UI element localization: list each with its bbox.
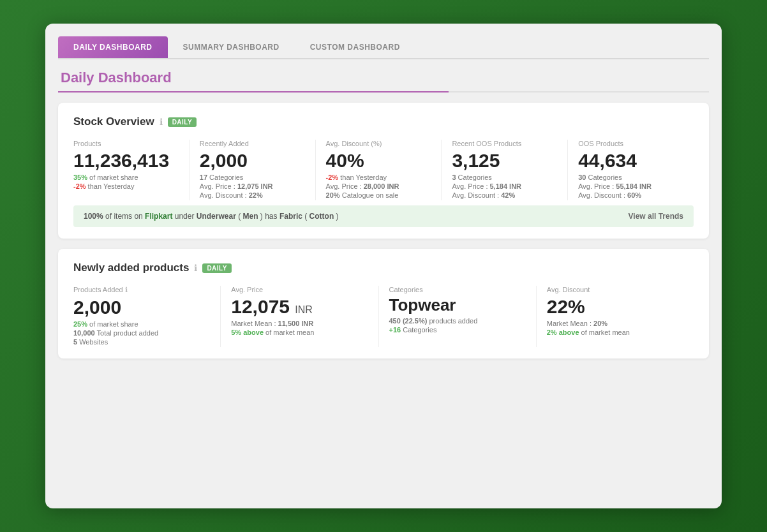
newly-added-badge: DAILY — [202, 263, 232, 273]
stock-badge: DAILY — [168, 117, 197, 127]
metric-products-sub2: -2% than Yesterday — [73, 182, 179, 190]
metric-avg-discount-sub3: 20% Catalogue on sale — [326, 191, 431, 199]
stock-overview-title: Stock Overview — [73, 115, 154, 128]
metric-recently-value: 2,000 — [200, 150, 305, 171]
metric-avg-discount-sub2: Avg. Price : 28,000 INR — [326, 182, 431, 190]
metric-avg-price-sub1: Market Mean : 11,500 INR — [231, 320, 368, 327]
metric-categories-label: Categories — [389, 286, 526, 293]
trend-text: 100% of items on Flipkart under Underwea… — [84, 212, 339, 221]
page-title: Daily Dashboard — [61, 70, 709, 86]
metric-avg-price-sub2: 5% above of market mean — [231, 329, 368, 336]
stock-overview-card: Stock Overview ℹ DAILY Products 11,236,4… — [58, 103, 709, 239]
metric-recent-oos-value: 3,125 — [452, 150, 557, 171]
stock-overview-header: Stock Overview ℹ DAILY — [73, 115, 694, 128]
metric-oos-value: 44,634 — [578, 150, 683, 171]
metric-recent-oos-label: Recent OOS Products — [452, 140, 557, 147]
metric-avg-discount-2-sub2: 2% above of market mean — [547, 329, 683, 336]
metric-categories-value: Topwear — [389, 296, 526, 314]
metric-avg-discount-2-sub1: Market Mean : 20% — [547, 320, 683, 327]
metric-recently-sub2: Avg. Price : 12,075 INR — [200, 182, 305, 190]
tab-custom[interactable]: CUSTOM DASHBOARD — [295, 36, 415, 58]
metric-categories-sub1: 450 (22.5%) products added — [389, 317, 526, 325]
metric-recent-oos: Recent OOS Products 3,125 3 Categories A… — [452, 140, 568, 200]
metric-oos-label: OOS Products — [578, 140, 683, 147]
tab-bar: DAILY DASHBOARD SUMMARY DASHBOARD CUSTOM… — [58, 36, 709, 59]
products-added-info-icon: ℹ — [125, 286, 128, 293]
metric-avg-discount: Avg. Discount (%) 40% -2% than Yesterday… — [326, 140, 442, 200]
view-all-trends-link[interactable]: View all Trends — [629, 212, 683, 221]
metric-categories: Categories Topwear 450 (22.5%) products … — [389, 286, 537, 347]
title-divider — [58, 91, 709, 92]
metric-products: Products 11,236,413 35% of market share … — [73, 140, 190, 200]
metric-recent-oos-sub1: 3 Categories — [452, 174, 557, 181]
metric-avg-discount-2-value: 22% — [547, 296, 683, 317]
metric-avg-price-value: 12,075 INR — [231, 296, 368, 317]
trend-bar: 100% of items on Flipkart under Underwea… — [73, 205, 694, 227]
metric-avg-discount-label: Avg. Discount (%) — [326, 140, 431, 147]
newly-added-card: Newly added products ℹ DAILY Products Ad… — [58, 249, 709, 358]
metric-oos-sub3: Avg. Discount : 60% — [578, 191, 683, 199]
metric-oos-sub1: 30 Categories — [578, 174, 683, 181]
metric-recently-sub1: 17 Categories — [200, 174, 305, 181]
metric-recent-oos-sub2: Avg. Price : 5,184 INR — [452, 182, 557, 190]
metric-products-added-label: Products Added ℹ — [73, 286, 210, 294]
metric-products-added-value: 2,000 — [73, 297, 210, 318]
main-window: DAILY DASHBOARD SUMMARY DASHBOARD CUSTOM… — [45, 24, 722, 508]
tab-summary[interactable]: SUMMARY DASHBOARD — [168, 36, 295, 58]
metric-oos: OOS Products 44,634 30 Categories Avg. P… — [578, 140, 694, 200]
newly-added-header: Newly added products ℹ DAILY — [73, 262, 694, 274]
metric-avg-discount-sub1: -2% than Yesterday — [326, 174, 431, 181]
metric-products-value: 11,236,413 — [73, 150, 179, 171]
stock-metrics-row: Products 11,236,413 35% of market share … — [73, 140, 694, 200]
metric-recently-label: Recently Added — [200, 140, 305, 147]
stock-info-icon: ℹ — [160, 117, 163, 127]
metric-recent-oos-sub3: Avg. Discount : 42% — [452, 191, 557, 199]
tab-daily[interactable]: DAILY DASHBOARD — [58, 36, 168, 58]
metric-avg-discount-2-label: Avg. Discount — [547, 286, 683, 293]
metric-products-label: Products — [73, 140, 179, 147]
metric-products-added: Products Added ℹ 2,000 25% of market sha… — [73, 286, 221, 347]
metric-avg-discount-2: Avg. Discount 22% Market Mean : 20% 2% a… — [547, 286, 694, 347]
metric-products-added-sub3: 5 Websites — [73, 338, 210, 346]
metric-avg-price: Avg. Price 12,075 INR Market Mean : 11,5… — [231, 286, 378, 347]
metric-avg-discount-value: 40% — [326, 150, 431, 171]
metric-recently-sub3: Avg. Discount : 22% — [200, 191, 305, 199]
metric-oos-sub2: Avg. Price : 55,184 INR — [578, 182, 683, 190]
newly-added-title: Newly added products — [73, 262, 189, 274]
metric-products-sub1: 35% of market share — [73, 174, 179, 181]
metric-categories-sub2: +16 Categories — [389, 326, 526, 334]
newly-added-info-icon: ℹ — [194, 263, 197, 273]
metric-avg-price-label: Avg. Price — [231, 286, 368, 293]
metric-products-added-sub1: 25% of market share — [73, 320, 210, 328]
metric-recently-added: Recently Added 2,000 17 Categories Avg. … — [200, 140, 316, 200]
newly-added-metrics-row: Products Added ℹ 2,000 25% of market sha… — [73, 286, 694, 347]
metric-products-added-sub2: 10,000 Total product added — [73, 329, 210, 337]
